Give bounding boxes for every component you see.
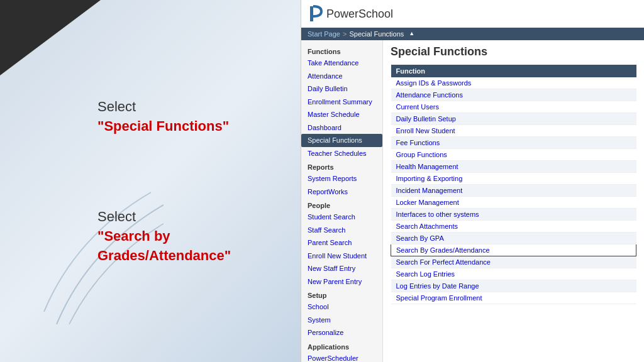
nav-item[interactable]: Teacher Schedules xyxy=(301,147,382,160)
nav-item[interactable]: Master Schedule xyxy=(301,108,382,121)
table-row[interactable]: Interfaces to other systems xyxy=(391,209,636,221)
collapse-button[interactable]: ▲ xyxy=(406,30,417,37)
nav-item[interactable]: Enrollment Summary xyxy=(301,96,382,109)
nav-item[interactable]: School xyxy=(301,300,382,314)
sf-page-title: Special Functions xyxy=(391,45,636,58)
nav-item[interactable]: Daily Bulletin xyxy=(301,82,382,96)
ps-logo-icon xyxy=(309,5,323,23)
ps-logo: PowerSchool xyxy=(309,5,393,23)
instruction-2: Select "Search byGrades/Attendance" xyxy=(97,207,231,265)
nav-section-title: Applications xyxy=(301,339,382,352)
nav-item[interactable]: Attendance xyxy=(301,70,382,83)
table-row[interactable]: Group Functions xyxy=(391,149,636,161)
nav-item[interactable]: New Parent Entry xyxy=(301,275,382,288)
table-row[interactable]: Search Attachments xyxy=(391,221,636,233)
right-panel: PowerSchool Start Page > Special Functio… xyxy=(301,0,644,362)
table-row[interactable]: Current Users xyxy=(391,101,636,113)
nav-item[interactable]: Dashboard xyxy=(301,121,382,134)
sf-table-header: Function xyxy=(391,65,636,77)
table-row[interactable]: Incident Management xyxy=(391,185,636,197)
breadcrumb-current: Special Functions xyxy=(349,30,404,38)
table-row[interactable]: Attendance Functions xyxy=(391,89,636,101)
nav-item[interactable]: Enroll New Student xyxy=(301,250,382,263)
ps-header: PowerSchool xyxy=(301,0,644,28)
table-row[interactable]: Fee Functions xyxy=(391,137,636,149)
table-row[interactable]: Locker Management xyxy=(391,197,636,209)
nav-item[interactable]: ReportWorks xyxy=(301,185,382,199)
table-row[interactable]: Importing & Exporting xyxy=(391,173,636,185)
instruction-2-select: Select xyxy=(97,209,136,224)
nav-section-title: Setup xyxy=(301,288,382,300)
nav-item[interactable]: Take Attendance xyxy=(301,57,382,70)
table-row[interactable]: Daily Bulletin Setup xyxy=(391,113,636,125)
left-nav: FunctionsTake AttendanceAttendanceDaily … xyxy=(301,40,383,362)
nav-section-title: People xyxy=(301,198,382,211)
nav-item[interactable]: Student Search xyxy=(301,211,382,224)
table-row[interactable]: Special Program Enrollment xyxy=(391,292,636,304)
svg-rect-0 xyxy=(310,6,313,21)
breadcrumb-bar: Start Page > Special Functions ▲ xyxy=(301,28,644,40)
nav-item[interactable]: Personalize xyxy=(301,326,382,339)
table-row[interactable]: Search For Perfect Attendance xyxy=(391,256,636,268)
table-row[interactable]: Assign IDs & Passwords xyxy=(391,77,636,89)
table-row[interactable]: Search Log Entries xyxy=(391,268,636,280)
breadcrumb-separator: > xyxy=(343,30,347,38)
nav-item[interactable]: Staff Search xyxy=(301,224,382,237)
table-row[interactable]: Log Entries by Date Range xyxy=(391,280,636,292)
nav-item[interactable]: Special Functions xyxy=(301,134,382,147)
sf-table: Function Assign IDs & PasswordsAttendanc… xyxy=(391,65,636,304)
table-row[interactable]: Health Management xyxy=(391,161,636,173)
nav-section-title: Reports xyxy=(301,160,382,172)
left-panel: Select "Special Functions" Select "Searc… xyxy=(0,0,301,362)
nav-section-title: Functions xyxy=(301,44,382,57)
right-content: Special Functions Function Assign IDs & … xyxy=(383,40,644,362)
instruction-1: Select "Special Functions" xyxy=(97,97,229,136)
table-row[interactable]: Search By GPA xyxy=(391,233,636,244)
instruction-2-highlight: "Search byGrades/Attendance" xyxy=(97,228,231,263)
nav-item[interactable]: System Reports xyxy=(301,172,382,185)
nav-item[interactable]: New Staff Entry xyxy=(301,262,382,275)
main-content: FunctionsTake AttendanceAttendanceDaily … xyxy=(301,40,644,362)
table-row[interactable]: Search By Grades/Attendance xyxy=(391,244,636,256)
nav-item[interactable]: Parent Search xyxy=(301,236,382,250)
instruction-1-select: Select xyxy=(97,99,136,114)
triangle-decoration xyxy=(0,0,101,75)
table-row[interactable]: Enroll New Student xyxy=(391,125,636,137)
ps-logo-text: PowerSchool xyxy=(326,8,393,21)
nav-item[interactable]: PowerScheduler xyxy=(301,352,382,363)
instruction-1-highlight: "Special Functions" xyxy=(97,118,229,134)
breadcrumb-start[interactable]: Start Page xyxy=(308,30,340,38)
nav-item[interactable]: System xyxy=(301,314,382,327)
